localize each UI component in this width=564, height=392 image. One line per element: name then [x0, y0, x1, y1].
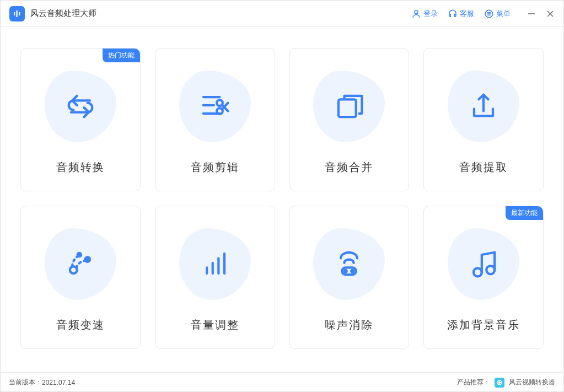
app-logo	[9, 6, 25, 22]
recommend-app-name: 风云视频转换器	[509, 378, 555, 387]
icon-blob	[313, 228, 385, 300]
svg-point-31	[486, 266, 495, 274]
headset-icon	[448, 9, 458, 19]
card-volume-adjust[interactable]: 音量调整	[155, 206, 275, 349]
icon-blob	[179, 228, 251, 300]
titlebar-actions: 登录 客服 菜单	[411, 9, 555, 19]
close-icon	[546, 10, 554, 18]
merge-icon	[330, 88, 368, 125]
card-audio-convert[interactable]: 热门功能 音频转换	[20, 48, 141, 191]
card-add-bgm[interactable]: 最新功能 添加背景音乐	[423, 206, 544, 349]
menu-label: 菜单	[496, 9, 511, 19]
menu-link[interactable]: 菜单	[484, 9, 511, 19]
audio-bars-icon	[12, 9, 22, 19]
recommend-label: 产品推荐：	[457, 378, 490, 387]
svg-rect-18	[339, 99, 356, 117]
card-noise-remove[interactable]: 噪声消除	[289, 206, 410, 349]
card-audio-speed[interactable]: 音频变速	[20, 206, 141, 349]
card-audio-cut[interactable]: 音频剪辑	[155, 48, 275, 191]
menu-icon	[484, 9, 494, 19]
music-note-icon	[465, 245, 502, 283]
service-label: 客服	[460, 9, 474, 19]
service-link[interactable]: 客服	[448, 9, 474, 19]
footer-recommend[interactable]: 产品推荐： 风云视频转换器	[457, 378, 555, 388]
svg-point-29	[352, 270, 354, 272]
version-value: 2021.07.14	[42, 379, 75, 386]
extract-icon	[465, 88, 502, 125]
icon-blob	[448, 71, 519, 142]
app-title: 风云音频处理大师	[30, 8, 96, 19]
card-audio-extract[interactable]: 音频提取	[423, 48, 544, 191]
svg-point-3	[415, 10, 418, 14]
minimize-button[interactable]	[527, 9, 536, 18]
svg-rect-0	[14, 12, 15, 15]
svg-rect-2	[19, 12, 20, 15]
icon-blob	[179, 71, 251, 142]
recommend-app-icon	[495, 378, 504, 388]
card-label: 音频提取	[459, 160, 508, 175]
card-label: 添加背景音乐	[447, 318, 520, 332]
icon-blob	[313, 71, 385, 142]
card-label: 音量调整	[191, 318, 239, 332]
titlebar: 风云音频处理大师 登录 客服 菜单	[1, 1, 563, 27]
card-audio-merge[interactable]: 音频合并	[289, 48, 410, 191]
card-label: 噪声消除	[325, 318, 373, 332]
card-label: 音频合并	[325, 160, 373, 175]
scissors-icon	[196, 88, 234, 125]
svg-line-34	[482, 252, 495, 254]
volume-bars-icon	[196, 245, 234, 283]
login-label: 登录	[423, 9, 438, 19]
icon-blob	[45, 71, 116, 142]
card-label: 音频变速	[56, 318, 105, 332]
feature-grid: 热门功能 音频转换 音频剪辑	[1, 27, 563, 360]
window-controls	[527, 9, 555, 18]
user-icon	[411, 9, 421, 19]
icon-blob	[448, 228, 519, 300]
svg-point-28	[345, 270, 347, 272]
card-label: 音频剪辑	[191, 160, 239, 175]
card-label: 音频转换	[56, 160, 105, 175]
login-link[interactable]: 登录	[411, 9, 438, 19]
icon-blob	[45, 228, 116, 300]
svg-point-30	[474, 268, 482, 276]
svg-rect-1	[17, 10, 18, 17]
version-label: 当前版本：	[9, 378, 42, 387]
speed-icon	[62, 245, 99, 283]
badge-hot: 热门功能	[103, 49, 140, 62]
close-button[interactable]	[546, 9, 555, 18]
minimize-icon	[528, 10, 535, 18]
convert-icon	[62, 88, 99, 125]
badge-new: 最新功能	[506, 206, 543, 220]
footer: 当前版本： 2021.07.14 产品推荐： 风云视频转换器	[0, 372, 564, 392]
noise-icon	[330, 245, 368, 283]
